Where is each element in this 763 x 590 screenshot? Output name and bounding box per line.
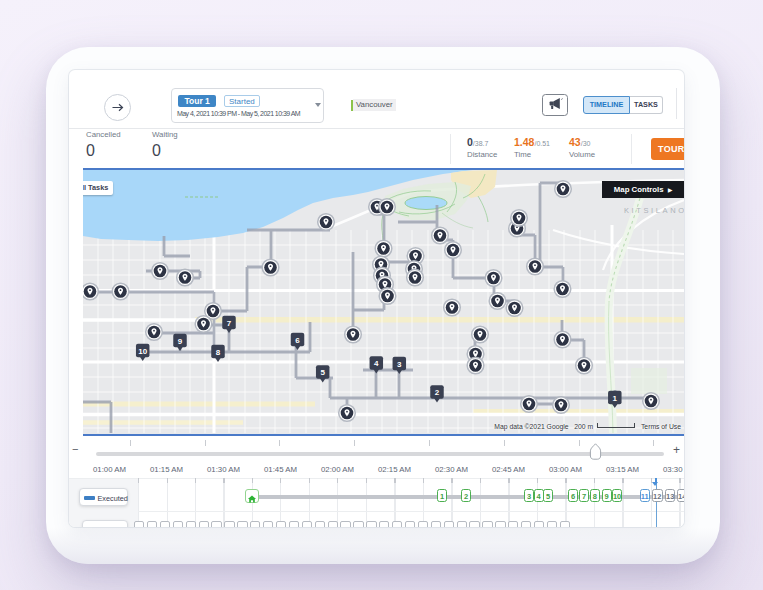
svg-text:6: 6	[295, 335, 300, 344]
svg-text:5: 5	[320, 368, 325, 377]
svg-text:10: 10	[138, 346, 147, 355]
svg-text:4: 4	[374, 359, 379, 368]
svg-text:9: 9	[178, 336, 183, 345]
svg-text:2: 2	[435, 388, 440, 397]
svg-text:8: 8	[216, 347, 221, 356]
svg-text:3: 3	[397, 359, 402, 368]
svg-text:1: 1	[613, 393, 618, 402]
svg-text:7: 7	[227, 318, 232, 327]
svg-text:KITSILANO 6: KITSILANO 6	[624, 206, 684, 215]
